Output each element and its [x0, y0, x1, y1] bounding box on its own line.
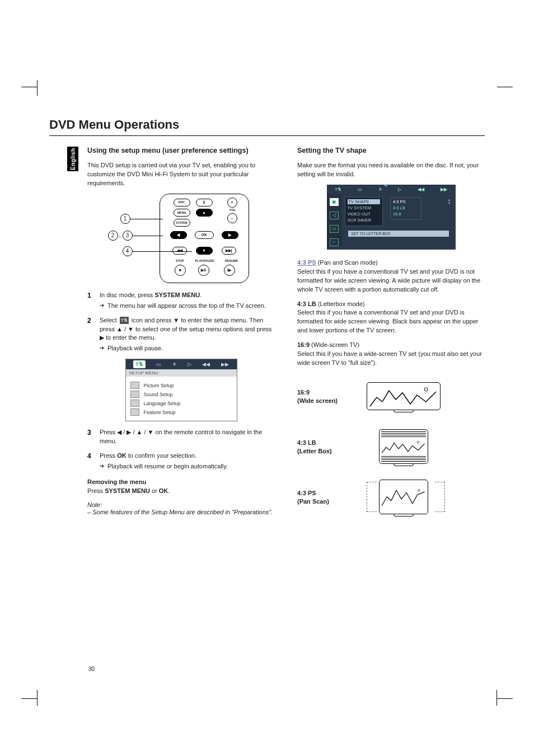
manual-page: English DVD Menu Operations Using the se… [0, 0, 534, 756]
picture-icon [130, 382, 139, 389]
side-picture-icon: ▣ [330, 198, 339, 206]
feature-icon [130, 408, 139, 416]
callout-4: 4 [123, 246, 133, 256]
osd-tab-active: T⇅ [133, 360, 146, 368]
setup-heading: Using the setup menu (user preference se… [87, 146, 275, 156]
side-lang-icon: ▭ [330, 225, 339, 233]
language-icon [130, 400, 139, 407]
step-1: 1 In disc mode, press SYSTEM MENU. The m… [87, 291, 275, 311]
setup-steps-2: 3 Press ◀ / ▶ / ▲ / ▼ on the remote cont… [87, 428, 275, 471]
aspect-16-9: 16:9(Wide screen) [297, 379, 485, 415]
left-column: Using the setup menu (user preference se… [87, 146, 275, 530]
tvshape-heading: Setting the TV shape [297, 146, 485, 156]
callout-2: 2 [108, 231, 118, 241]
right-column: Setting the TV shape Make sure the forma… [297, 146, 485, 530]
sound-icon [130, 391, 139, 398]
page-title: DVD Menu Operations [49, 118, 485, 136]
aspect-4-3-lb: 4:3 LB(Letter Box) [297, 429, 485, 465]
osd-tab-bar: T⇅ ▭ ✳ ▷ ◀◀ ▶▶ [126, 359, 237, 369]
step-4: 4 Press OK to confirm your selection. Pl… [87, 452, 275, 471]
svg-point-0 [424, 388, 428, 391]
svg-point-2 [418, 489, 420, 491]
svg-point-1 [417, 441, 419, 443]
callout-1: 1 [120, 214, 130, 224]
removing-head: Removing the menu [87, 478, 146, 485]
note-label: Note: [87, 501, 275, 508]
mode-ps: 4:3 PS (Pan and Scan mode) Select this i… [297, 259, 485, 294]
osd-setup-menu: T⇅ ▭ ✳ ▷ ◀◀ ▶▶ SETUP MENU Picture Setup … [125, 359, 237, 421]
mountain-icon [369, 385, 438, 407]
setup-steps: 1 In disc mode, press SYSTEM MENU. The m… [87, 291, 275, 354]
side-sound-icon: ◁ [330, 212, 339, 219]
setup-tab-icon: T⇅ [120, 317, 129, 324]
tvshape-intro: Make sure the format you need is availab… [297, 161, 485, 179]
note-body: – Some features of the Setup Menu are de… [87, 508, 275, 516]
step-3: 3 Press ◀ / ▶ / ▲ / ▼ on the remote cont… [87, 428, 275, 446]
osd-tvshape: T⇅▭✳▷◀◀▶▶ ▣ ◁ ▭ ⌂ TV SHAPE TV SYSTEM VID… [327, 185, 456, 250]
mountain-icon [382, 482, 425, 511]
page-number: 30 [88, 666, 95, 672]
language-tab: English [67, 147, 78, 171]
mountain-icon [382, 438, 425, 456]
mode-lb: 4:3 LB (Letterbox mode) Select this if y… [297, 300, 485, 336]
step-2: 2 Select T⇅ icon and press ▼ to enter th… [87, 316, 275, 354]
mode-ws: 16:9 (Wide-screen TV) Select this if you… [297, 341, 485, 368]
callout-3: 3 [123, 231, 133, 241]
aspect-4-3-ps: 4:3 PS(Pan Scan) [297, 480, 485, 515]
setup-intro: This DVD setup is carried out via your T… [87, 161, 275, 188]
side-feature-icon: ⌂ [330, 238, 339, 246]
osd-sublabel: SETUP MENU [126, 369, 237, 377]
remote-illustration: DISC 0 + VOL MENU ▲ – SYSTEM ◀ OK ▶ ◀◀ [106, 194, 257, 283]
